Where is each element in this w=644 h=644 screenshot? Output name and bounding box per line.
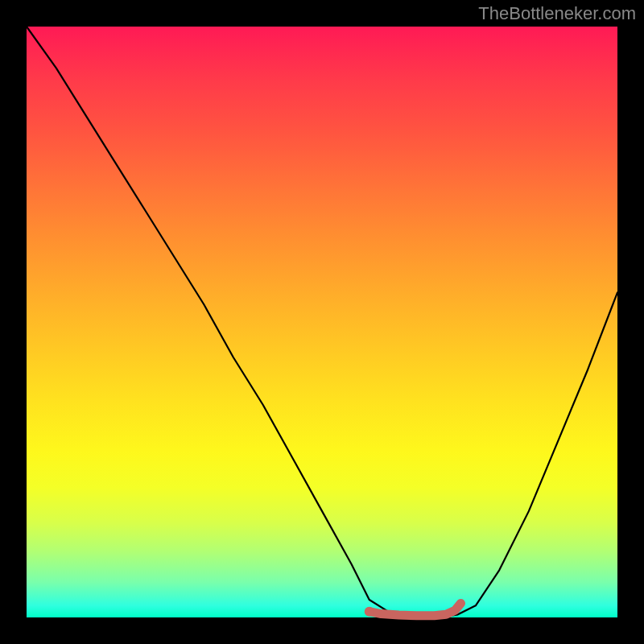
highlight-segment bbox=[369, 603, 461, 615]
watermark-text: TheBottleneker.com bbox=[478, 3, 636, 24]
highlight-start-dot bbox=[365, 607, 374, 617]
plot-area bbox=[27, 27, 617, 617]
chart-svg bbox=[27, 27, 617, 617]
bottleneck-curve bbox=[27, 27, 617, 617]
